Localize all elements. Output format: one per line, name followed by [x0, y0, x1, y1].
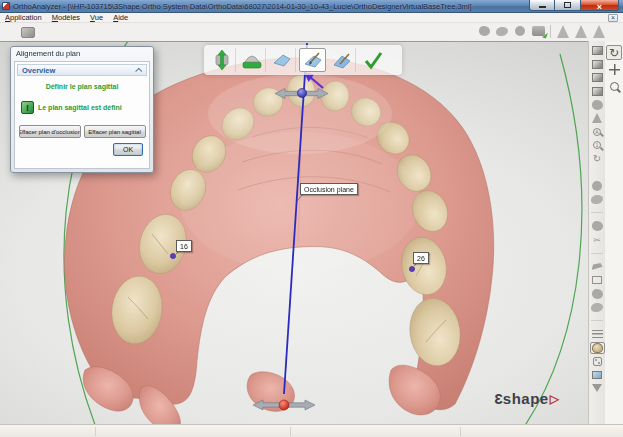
rail-divider	[590, 247, 605, 259]
pin-tool-3-icon[interactable]	[591, 24, 607, 38]
wizard-step-sagittal-plane-edit[interactable]	[299, 48, 326, 72]
upper-jaw-view-icon-glyph	[592, 100, 603, 110]
toolbar-left-group	[20, 25, 36, 39]
cut-tool-icon[interactable]: ✂	[590, 234, 605, 246]
camera-tools-rail: ↻	[605, 41, 623, 424]
section-box-icon-glyph	[592, 276, 602, 284]
sculpt-tool-icon[interactable]	[590, 220, 605, 232]
screenshot-icon-glyph	[592, 371, 602, 379]
pin-tool-2-icon[interactable]	[573, 24, 589, 38]
view-preset-top-icon[interactable]	[590, 45, 605, 57]
model-tool-icon-glyph	[21, 27, 35, 38]
bottom-handle-sphere[interactable]	[279, 400, 289, 410]
zoom-view-icon-glyph	[610, 82, 619, 91]
pin-tool-3-icon-glyph	[593, 25, 605, 38]
menu-bar: Application Modèles Vue Aide	[0, 13, 623, 23]
rotate-180-icon[interactable]: ↻	[590, 153, 605, 165]
dialog-status-row: Le plan sagittal est défini	[17, 101, 147, 114]
export-camera-icon-glyph	[532, 26, 545, 36]
overview-header[interactable]: Overview	[17, 64, 147, 76]
layers-icon[interactable]	[590, 328, 605, 340]
section-box-icon[interactable]	[590, 274, 605, 286]
cut-tool-icon-glyph: ✂	[593, 235, 601, 245]
section-blob-1-icon[interactable]	[590, 288, 605, 300]
dialog-body: Overview Définir le plan sagittal Le pla…	[14, 61, 150, 169]
section-blob-2-icon[interactable]	[590, 301, 605, 313]
view-preset-bottom-icon-glyph	[592, 60, 603, 69]
random-color-icon-glyph	[593, 357, 602, 366]
occlusion-plane-label[interactable]: Occlusion plane	[300, 183, 358, 195]
top-toolbar	[0, 23, 623, 41]
textured-view-icon-glyph	[592, 343, 603, 353]
more-tools-icon-glyph	[592, 384, 602, 392]
sculpt-tool-icon-glyph	[592, 221, 603, 231]
dialog-status-text: Le plan sagittal est défini	[38, 104, 122, 111]
view-tools-rail: ↻✂	[588, 41, 605, 424]
rail-divider	[590, 207, 605, 219]
pin-tool-1-icon[interactable]	[555, 24, 571, 38]
random-color-icon[interactable]	[590, 355, 605, 367]
screenshot-icon[interactable]	[590, 369, 605, 381]
tooth-label-16[interactable]: 16	[176, 240, 192, 252]
overview-title: Overview	[22, 66, 55, 75]
clear-occlusion-plane-button[interactable]: Effacer plan d'occlusion	[19, 125, 81, 138]
menu-application[interactable]: Application	[0, 13, 47, 22]
model-tool-icon[interactable]	[20, 25, 36, 39]
wizard-step-occlusion-plane-edit[interactable]	[329, 48, 356, 72]
wizard-step-base-cast[interactable]	[239, 48, 266, 72]
zoom-fit-icon[interactable]	[590, 126, 605, 138]
zoom-view-icon[interactable]	[606, 79, 622, 94]
zoom-fit-icon-glyph	[593, 128, 601, 136]
view-preset-bottom-icon[interactable]	[590, 58, 605, 70]
export-camera-icon[interactable]	[530, 24, 546, 38]
tooth-label-26[interactable]: 26	[413, 252, 429, 264]
menu-modeles[interactable]: Modèles	[47, 13, 85, 22]
more-tools-icon[interactable]	[590, 382, 605, 394]
logo-mirrored-3: 3	[494, 390, 503, 407]
ok-button[interactable]: OK	[113, 143, 143, 156]
both-models-icon[interactable]	[590, 180, 605, 192]
pan-view-icon[interactable]	[606, 62, 622, 77]
status-separator	[290, 427, 291, 436]
view-preset-back-icon[interactable]	[590, 85, 605, 97]
menu-aide[interactable]: Aide	[108, 13, 133, 22]
view-preset-front-icon[interactable]	[590, 72, 605, 84]
status-exclamation-icon	[21, 101, 34, 114]
status-separator	[460, 427, 461, 436]
wizard-step-confirm[interactable]	[359, 48, 386, 72]
toolbar-divider-glyph	[550, 25, 551, 38]
document-close-button[interactable]	[608, 14, 618, 22]
section-wedge-icon[interactable]	[590, 261, 605, 273]
both-models-icon-glyph	[592, 181, 602, 191]
sphere-model-icon[interactable]	[512, 24, 528, 38]
zoom-1-1-icon[interactable]	[590, 139, 605, 151]
top-handle-sphere[interactable]	[297, 88, 306, 97]
collapse-chevron-icon[interactable]	[135, 67, 142, 74]
upper-jaw-view-icon[interactable]	[590, 99, 605, 111]
orthoanalyzer-window: OrthoAnalyzer - [\\HP-103715\3Shape Orth…	[0, 0, 623, 437]
jaw-model-icon[interactable]	[494, 24, 510, 38]
rail-divider-glyph	[591, 253, 603, 254]
wizard-step-prepare-cast[interactable]	[209, 48, 236, 72]
logo-text: shape	[503, 390, 549, 407]
textured-view-icon[interactable]	[590, 342, 605, 354]
rotate-180-icon-glyph: ↻	[593, 154, 601, 164]
rail-divider	[590, 315, 605, 327]
rotate-view-icon-glyph: ↻	[609, 47, 619, 59]
single-model-icon[interactable]	[590, 193, 605, 205]
clear-sagittal-plane-button[interactable]: Effacer plan sagittal	[84, 125, 146, 138]
wizard-step-occlusion-plane[interactable]	[269, 48, 296, 72]
jaw-model-icon-glyph	[496, 27, 508, 36]
section-blob-2-icon-glyph	[591, 303, 603, 312]
minimize-button[interactable]	[529, 0, 555, 11]
flag-model-icon[interactable]	[476, 24, 492, 38]
close-button[interactable]	[581, 0, 619, 11]
lower-jaw-view-icon[interactable]	[590, 112, 605, 124]
maximize-button[interactable]	[555, 0, 581, 11]
rotate-view-icon[interactable]: ↻	[606, 45, 622, 60]
maximize-icon	[564, 2, 571, 8]
lower-jaw-view-icon-glyph	[592, 113, 602, 123]
app-icon	[2, 2, 10, 10]
section-blob-1-icon-glyph	[592, 289, 603, 299]
menu-vue[interactable]: Vue	[85, 13, 108, 22]
